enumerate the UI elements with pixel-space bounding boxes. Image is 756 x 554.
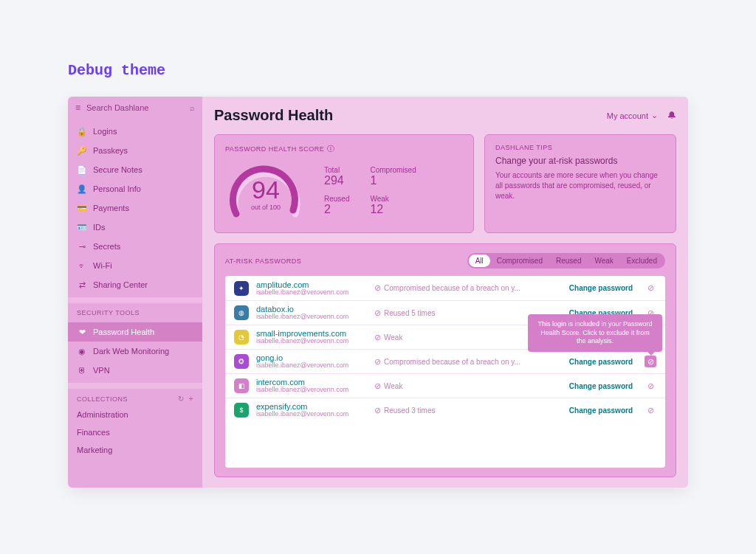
site-email: isabelle.ibanez@verovenn.com bbox=[256, 387, 367, 394]
at-risk-heading: AT-RISK PASSWORDS bbox=[225, 257, 301, 265]
alert-icon: ⊘ bbox=[374, 381, 381, 391]
nav-icon: 💳 bbox=[77, 204, 87, 213]
search-input[interactable]: ≡ Search Dashlane ⌕ bbox=[68, 97, 202, 119]
score-value: 94 bbox=[252, 177, 280, 202]
nav-icon: ◉ bbox=[77, 347, 87, 356]
collection-finances[interactable]: Finances bbox=[68, 423, 202, 441]
site-icon: ◍ bbox=[234, 305, 249, 320]
nav-icon: 🔒 bbox=[77, 127, 87, 136]
stat-reused-value: 2 bbox=[324, 203, 349, 216]
risk-reason: Reused 5 times bbox=[384, 309, 435, 317]
sidebar-item-payments[interactable]: 💳Payments bbox=[68, 198, 202, 218]
sidebar-item-secrets[interactable]: ⊸Secrets bbox=[68, 237, 202, 256]
topbar: Password Health My account ⌄ 🔔︎ bbox=[214, 107, 676, 124]
nav-icon: 📄 bbox=[77, 165, 87, 175]
nav-label: VPN bbox=[93, 366, 110, 375]
alert-icon: ⊘ bbox=[374, 308, 381, 318]
filter-excluded[interactable]: Excluded bbox=[620, 255, 664, 267]
sidebar-item-vpn[interactable]: ⛨VPN bbox=[68, 361, 202, 380]
nav-icon: 🔑 bbox=[77, 146, 87, 156]
risk-row[interactable]: $expensify.comisabelle.ibanez@verovenn.c… bbox=[225, 398, 665, 422]
nav-label: IDs bbox=[93, 223, 106, 232]
alert-icon: ⊘ bbox=[374, 406, 381, 415]
nav-label: Dark Web Monitoring bbox=[93, 347, 169, 356]
nav-icon: ⊸ bbox=[77, 242, 87, 252]
site-icon: ◔ bbox=[234, 330, 249, 344]
filter-all[interactable]: All bbox=[469, 255, 490, 267]
stat-total-value: 294 bbox=[324, 174, 349, 187]
nav-icon: ᯤ bbox=[77, 261, 87, 270]
tips-title: Change your at-risk passwords bbox=[495, 156, 665, 166]
nav-label: Wi-Fi bbox=[93, 261, 112, 270]
stat-weak-label: Weak bbox=[370, 195, 416, 203]
site-email: isabelle.ibanez@verovenn.com bbox=[256, 411, 367, 418]
risk-reason: Weak bbox=[384, 382, 402, 390]
at-risk-passwords-card: AT-RISK PASSWORDS AllCompromisedReusedWe… bbox=[214, 243, 676, 477]
exclude-icon[interactable]: ⊘ bbox=[645, 380, 656, 392]
nav-icon: ⛨ bbox=[77, 366, 87, 375]
collections-heading: COLLECTIONS ↻ + bbox=[68, 389, 202, 406]
risk-reason: Weak bbox=[384, 333, 402, 342]
exclude-icon[interactable]: ⊘ bbox=[645, 404, 656, 416]
sidebar-item-password-health[interactable]: ❤Password Health bbox=[68, 322, 202, 342]
page-title: Password Health bbox=[214, 107, 333, 124]
sidebar-item-personal-info[interactable]: 👤Personal Info bbox=[68, 179, 202, 198]
filter-reused[interactable]: Reused bbox=[549, 255, 588, 267]
risk-row[interactable]: ✦amplitude.comisabelle.ibanez@verovenn.c… bbox=[225, 276, 665, 300]
site-email: isabelle.ibanez@verovenn.com bbox=[256, 314, 367, 321]
sidebar-divider bbox=[68, 297, 202, 303]
app-window: ≡ Search Dashlane ⌕ 🔒Logins🔑Passkeys📄Sec… bbox=[68, 97, 688, 488]
nav-label: Payments bbox=[93, 204, 129, 212]
nav-label: Secure Notes bbox=[93, 165, 142, 174]
sidebar-item-wi-fi[interactable]: ᯤWi-Fi bbox=[68, 256, 202, 275]
risk-reason: Compromised because of a breach on y... bbox=[384, 358, 520, 366]
site-icon: $ bbox=[234, 403, 249, 418]
site-name: amplitude.com bbox=[256, 280, 367, 289]
change-password-link[interactable]: Change password bbox=[569, 358, 633, 366]
filter-compromised[interactable]: Compromised bbox=[490, 255, 549, 267]
nav-label: Logins bbox=[93, 127, 117, 136]
sidebar-item-passkeys[interactable]: 🔑Passkeys bbox=[68, 141, 202, 160]
nav-icon: ⇄ bbox=[77, 280, 87, 290]
nav-label: Password Health bbox=[93, 328, 154, 336]
my-account-dropdown[interactable]: My account ⌄ bbox=[607, 111, 658, 120]
sidebar-item-secure-notes[interactable]: 📄Secure Notes bbox=[68, 160, 202, 179]
alert-icon: ⊘ bbox=[374, 283, 381, 293]
filter-weak[interactable]: Weak bbox=[588, 255, 619, 267]
risk-row[interactable]: ◧intercom.comisabelle.ibanez@verovenn.co… bbox=[225, 373, 665, 398]
password-health-score-card: PASSWORD HEALTH SCORE ⓘ 94 out of 100 bbox=[214, 134, 474, 233]
change-password-link[interactable]: Change password bbox=[569, 284, 633, 292]
alert-icon: ⊘ bbox=[374, 333, 381, 342]
nav-icon: 🪪 bbox=[77, 223, 87, 232]
notifications-icon[interactable]: 🔔︎ bbox=[667, 110, 676, 121]
info-icon[interactable]: ⓘ bbox=[327, 144, 335, 154]
sidebar-item-logins[interactable]: 🔒Logins bbox=[68, 122, 202, 141]
security-tools-heading: SECURITY TOOLS bbox=[68, 303, 202, 319]
stat-compromised-label: Compromised bbox=[370, 166, 416, 174]
site-email: isabelle.ibanez@verovenn.com bbox=[256, 362, 367, 370]
sidebar-item-sharing-center[interactable]: ⇄Sharing Center bbox=[68, 275, 202, 294]
main-content: Password Health My account ⌄ 🔔︎ PASSWORD… bbox=[202, 97, 688, 488]
collection-administration[interactable]: Administration bbox=[68, 406, 202, 423]
tips-body: Your accounts are more secure when you c… bbox=[495, 170, 665, 201]
exclude-tooltip: This login is included in your Password … bbox=[528, 314, 662, 352]
stat-weak-value: 12 bbox=[370, 203, 416, 216]
nav-icon: 👤 bbox=[77, 184, 87, 194]
search-icon: ⌕ bbox=[190, 103, 195, 112]
exclude-icon[interactable]: ⊘ bbox=[645, 356, 656, 367]
collection-marketing[interactable]: Marketing bbox=[68, 441, 202, 459]
site-icon: ✪ bbox=[234, 354, 249, 369]
site-email: isabelle.ibanez@verovenn.com bbox=[256, 338, 367, 345]
nav-label: Secrets bbox=[93, 242, 120, 251]
refresh-icon[interactable]: ↻ bbox=[178, 395, 185, 403]
sidebar-item-ids[interactable]: 🪪IDs bbox=[68, 218, 202, 237]
debug-theme-title: Debug theme bbox=[68, 62, 756, 79]
change-password-link[interactable]: Change password bbox=[569, 382, 633, 390]
add-icon[interactable]: + bbox=[189, 395, 193, 403]
sidebar-item-dark-web-monitoring[interactable]: ◉Dark Web Monitoring bbox=[68, 342, 202, 361]
risk-row[interactable]: ✪gong.ioisabelle.ibanez@verovenn.com⊘Com… bbox=[225, 349, 665, 373]
stat-total-label: Total bbox=[324, 166, 349, 174]
change-password-link[interactable]: Change password bbox=[569, 406, 633, 415]
filter-tabs: AllCompromisedReusedWeakExcluded bbox=[467, 253, 665, 269]
exclude-icon[interactable]: ⊘ bbox=[645, 283, 656, 294]
